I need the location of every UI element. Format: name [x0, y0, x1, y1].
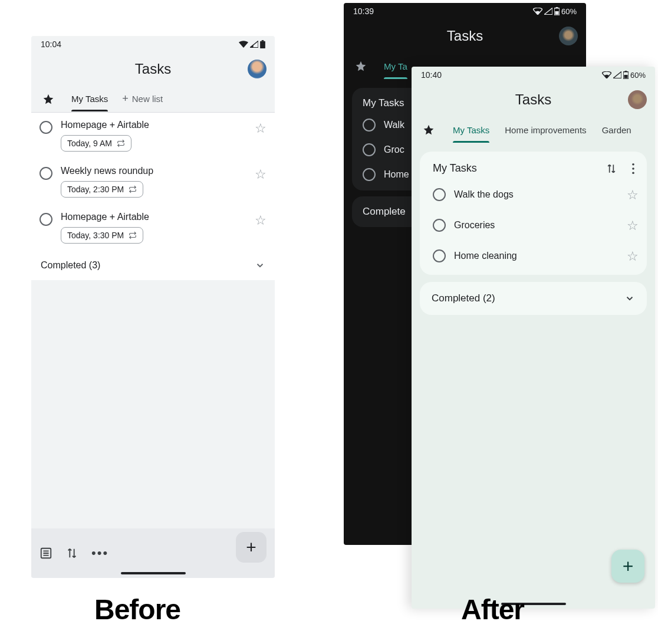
star-icon [423, 124, 435, 136]
status-time: 10:04 [41, 40, 61, 49]
repeat-icon [129, 231, 137, 239]
status-bar: 10:40 60% [412, 67, 655, 83]
svg-rect-1 [262, 40, 264, 41]
starred-tab[interactable] [40, 93, 57, 105]
battery-pct: 60% [630, 71, 646, 80]
checkbox-circle[interactable] [363, 143, 376, 156]
date-chip-label: Today, 9 AM [67, 139, 112, 148]
date-chip-label: Today, 2:30 PM [67, 185, 124, 194]
checkbox-circle[interactable] [433, 249, 446, 262]
task-list: Homepage + Airtable Today, 9 AM ☆ Weekly… [31, 113, 275, 251]
after-screenshot: 10:40 60% Tasks My Tasks Home improvemen… [412, 67, 655, 609]
chevron-down-icon [624, 293, 635, 304]
completed-label: Completed (3) [41, 260, 100, 271]
cell-icon [250, 41, 258, 48]
repeat-icon [129, 185, 137, 193]
task-title: Walk [384, 120, 404, 130]
tab-my-tasks[interactable]: My Tasks [453, 118, 489, 142]
completed-section[interactable]: Completed (3) [31, 251, 275, 280]
app-title: Tasks [515, 91, 551, 108]
app-header: Tasks [344, 19, 586, 52]
task-title: Groc [384, 144, 404, 155]
starred-tab[interactable] [352, 60, 370, 72]
star-outline-icon[interactable]: ☆ [255, 167, 267, 182]
completed-label: Completed (2) [432, 293, 495, 304]
fab-add[interactable]: + [236, 532, 267, 563]
task-row[interactable]: Walk the dogs ☆ [420, 179, 647, 210]
gesture-bar [121, 572, 186, 574]
card-title: My Tasks [433, 162, 477, 175]
task-row[interactable]: Groceries ☆ [420, 210, 647, 241]
app-header: Tasks [31, 52, 275, 86]
battery-pct: 60% [561, 7, 577, 16]
svg-point-12 [632, 163, 634, 165]
svg-rect-8 [555, 11, 558, 15]
checkbox-circle[interactable] [40, 167, 52, 180]
svg-point-14 [632, 172, 634, 174]
star-outline-icon[interactable]: ☆ [627, 218, 639, 234]
svg-point-13 [632, 167, 634, 170]
date-chip[interactable]: Today, 3:30 PM [61, 227, 143, 244]
tab-my-tasks[interactable]: My Ta [384, 54, 407, 78]
caption-after: After [461, 593, 524, 626]
new-list-label: New list [132, 94, 163, 104]
list-view-icon[interactable] [40, 547, 52, 560]
tab-my-tasks[interactable]: My Tasks [71, 87, 108, 111]
caption-before: Before [94, 593, 180, 626]
checkbox-circle[interactable] [363, 119, 376, 132]
status-bar: 10:04 [31, 36, 275, 52]
checkbox-circle[interactable] [433, 188, 446, 201]
tab-new-list[interactable]: + New list [122, 86, 163, 112]
tabs: My Tasks Home improvements Garden [412, 116, 655, 143]
tab-garden[interactable]: Garden [602, 118, 631, 142]
task-card: My Tasks Walk the dogs ☆ Groceries ☆ Hom… [420, 152, 647, 275]
checkbox-circle[interactable] [40, 213, 52, 226]
starred-tab[interactable] [420, 124, 437, 136]
avatar[interactable] [559, 27, 578, 45]
cell-icon [613, 71, 621, 78]
status-time: 10:39 [353, 6, 374, 16]
status-icons: 60% [533, 7, 577, 16]
battery-icon [623, 71, 629, 79]
task-title: Walk the dogs [454, 189, 618, 200]
date-chip[interactable]: Today, 2:30 PM [61, 181, 143, 198]
avatar[interactable] [248, 60, 267, 78]
battery-icon [554, 7, 560, 15]
more-vert-icon[interactable] [628, 163, 639, 175]
checkbox-circle[interactable] [433, 219, 446, 232]
tabs: My Tasks + New list [31, 86, 275, 113]
checkbox-circle[interactable] [40, 121, 52, 134]
star-outline-icon[interactable]: ☆ [627, 249, 639, 264]
status-time: 10:40 [421, 70, 442, 80]
completed-label: Complete [363, 206, 406, 217]
sort-icon[interactable] [606, 163, 617, 175]
svg-rect-10 [625, 71, 627, 72]
task-row[interactable]: Homepage + Airtable Today, 3:30 PM ☆ [31, 205, 275, 251]
avatar[interactable] [628, 90, 647, 109]
cell-icon [544, 8, 552, 15]
status-icons: 60% [602, 71, 646, 80]
repeat-icon [117, 139, 125, 147]
completed-section[interactable]: Completed (2) [420, 282, 647, 315]
wifi-icon [239, 41, 248, 48]
checkbox-circle[interactable] [363, 168, 376, 181]
date-chip-label: Today, 3:30 PM [67, 231, 124, 240]
task-row[interactable]: Homepage + Airtable Today, 9 AM ☆ [31, 113, 275, 159]
task-row[interactable]: Weekly news roundup Today, 2:30 PM ☆ [31, 159, 275, 205]
star-icon [42, 93, 54, 105]
status-bar: 10:39 60% [344, 3, 586, 19]
plus-icon: + [122, 93, 129, 105]
wifi-icon [602, 71, 611, 78]
fab-add[interactable]: + [611, 550, 644, 583]
star-outline-icon[interactable]: ☆ [255, 213, 267, 228]
task-row[interactable]: Home cleaning ☆ [420, 241, 647, 271]
tab-home-improvements[interactable]: Home improvements [505, 118, 586, 142]
star-outline-icon[interactable]: ☆ [627, 188, 639, 203]
sort-icon[interactable] [65, 547, 78, 560]
date-chip[interactable]: Today, 9 AM [61, 135, 131, 152]
star-outline-icon[interactable]: ☆ [255, 121, 267, 136]
card-header: My Tasks [420, 154, 647, 179]
battery-icon [260, 40, 265, 48]
svg-rect-7 [556, 7, 558, 8]
wifi-icon [533, 8, 542, 15]
